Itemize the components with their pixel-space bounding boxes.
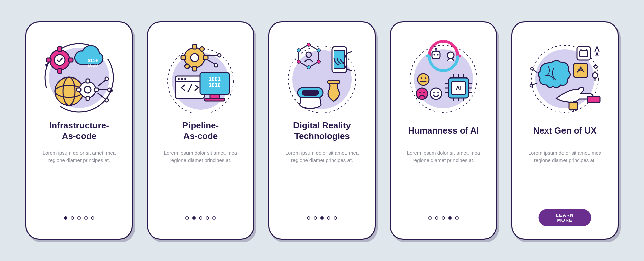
svg-rect-66 [328, 81, 340, 83]
onboarding-card-4: AI Humanness of AI Lorem ipsum dolor sit… [390, 21, 497, 240]
svg-point-43 [178, 78, 180, 80]
svg-rect-32 [193, 66, 197, 71]
svg-point-75 [435, 48, 437, 50]
svg-rect-31 [193, 44, 197, 49]
dot-5[interactable] [212, 216, 216, 220]
onboarding-card-3: Digital Reality Technologies Lorem ipsum… [268, 21, 376, 240]
svg-point-38 [218, 54, 221, 57]
onboarding-card-2: 1001 1010 Pipeline- As-code Lorem ipsum … [147, 21, 254, 240]
dot-1[interactable] [428, 216, 432, 220]
svg-rect-65 [302, 90, 319, 96]
svg-point-59 [297, 49, 300, 52]
svg-rect-114 [569, 102, 578, 110]
svg-point-26 [105, 77, 108, 81]
svg-rect-71 [432, 51, 440, 59]
svg-point-57 [307, 66, 310, 69]
svg-point-124 [530, 84, 533, 87]
svg-point-30 [191, 54, 199, 62]
digital-reality-icon [285, 39, 359, 113]
page-indicator [148, 216, 253, 220]
svg-point-79 [425, 77, 426, 79]
svg-point-76 [447, 52, 454, 59]
svg-point-78 [421, 77, 422, 79]
svg-text:AI: AI [455, 85, 462, 92]
dot-3[interactable] [77, 216, 81, 220]
page-indicator [269, 216, 375, 220]
dot-2[interactable] [314, 216, 317, 220]
card-title: Digital Reality Technologies [293, 120, 351, 142]
onboarding-card-1: 0110 1010 Infrastructure- As-code Lorem … [25, 21, 133, 240]
svg-point-58 [297, 60, 300, 63]
card-title: Pipeline- As-code [182, 120, 219, 142]
card-title: Next Gen of UX [533, 120, 596, 142]
dot-1[interactable] [64, 216, 67, 220]
dot-3[interactable] [442, 216, 445, 220]
svg-point-54 [307, 43, 310, 46]
dot-2[interactable] [192, 216, 196, 220]
svg-text:1010: 1010 [87, 63, 98, 68]
svg-rect-104 [577, 47, 590, 60]
svg-point-81 [416, 88, 428, 99]
svg-text:1010: 1010 [209, 82, 221, 88]
svg-rect-11 [68, 58, 73, 62]
svg-point-82 [419, 92, 421, 93]
svg-point-84 [430, 88, 442, 99]
card-description: Lorem ipsum dolor sit amet, mea regione … [523, 149, 607, 164]
svg-point-122 [531, 67, 533, 70]
dot-1[interactable] [185, 216, 189, 220]
svg-point-72 [434, 54, 435, 56]
svg-rect-10 [46, 58, 51, 62]
svg-text:1001: 1001 [209, 76, 221, 82]
svg-point-55 [317, 49, 320, 52]
svg-rect-34 [203, 56, 208, 60]
svg-point-44 [181, 78, 183, 80]
svg-point-24 [105, 99, 108, 102]
card-description: Lorem ipsum dolor sit amet, mea regione … [280, 149, 364, 164]
svg-rect-48 [205, 98, 225, 101]
dot-1[interactable] [307, 216, 310, 220]
next-gen-ux-icon [528, 39, 602, 113]
svg-rect-17 [86, 79, 89, 83]
svg-rect-8 [58, 47, 62, 51]
svg-rect-18 [86, 96, 89, 100]
humanness-ai-icon: AI [407, 39, 480, 113]
learn-more-button[interactable]: LEARN MORE [539, 209, 591, 226]
svg-rect-33 [181, 56, 186, 60]
card-title: Humanness of AI [408, 120, 479, 142]
svg-point-77 [418, 74, 429, 85]
svg-point-109 [580, 67, 582, 68]
svg-point-40 [214, 64, 218, 67]
dot-2[interactable] [71, 216, 74, 220]
dot-4[interactable] [206, 216, 209, 220]
dot-5[interactable] [334, 216, 337, 220]
svg-point-56 [317, 60, 320, 63]
onboarding-card-5: Next Gen of UX Lorem ipsum dolor sit ame… [511, 21, 619, 240]
card-title: Infrastructure- As-code [49, 120, 109, 142]
dot-2[interactable] [435, 216, 438, 220]
dot-5[interactable] [455, 216, 459, 220]
svg-point-12 [54, 55, 65, 65]
svg-text:0110: 0110 [87, 58, 98, 63]
svg-point-15 [79, 82, 96, 98]
svg-point-73 [437, 54, 439, 56]
svg-rect-47 [210, 94, 219, 98]
card-description: Lorem ipsum dolor sit amet, mea regione … [401, 149, 485, 164]
svg-rect-9 [58, 69, 62, 73]
svg-rect-113 [587, 96, 600, 102]
dot-5[interactable] [91, 216, 94, 220]
svg-rect-19 [77, 88, 81, 91]
dot-4[interactable] [327, 216, 330, 220]
dot-4[interactable] [84, 216, 88, 220]
svg-rect-62 [334, 51, 345, 69]
dot-4[interactable] [448, 216, 452, 220]
svg-point-85 [433, 92, 435, 93]
page-indicator [391, 216, 496, 220]
infrastructure-as-code-icon: 0110 1010 [42, 39, 116, 113]
svg-point-86 [437, 92, 439, 93]
svg-point-83 [423, 92, 425, 93]
svg-point-45 [184, 78, 186, 80]
dot-3[interactable] [199, 216, 202, 220]
dot-3[interactable] [320, 216, 324, 220]
svg-point-22 [108, 88, 111, 91]
pipeline-as-code-icon: 1001 1010 [164, 39, 237, 113]
